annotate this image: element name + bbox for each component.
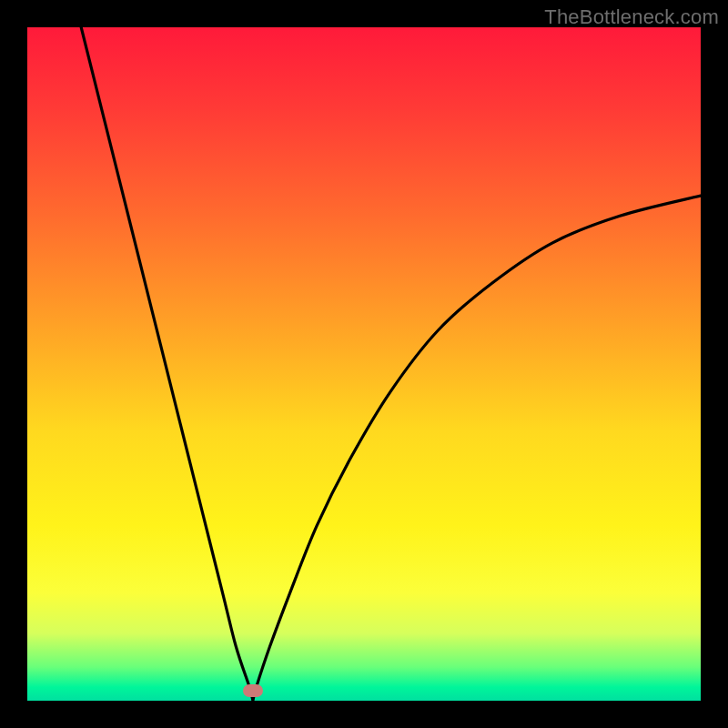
bottleneck-curve — [81, 27, 701, 701]
minimum-marker — [243, 684, 263, 697]
curve-layer — [27, 27, 701, 701]
watermark-text: TheBottleneck.com — [544, 5, 719, 29]
plot-frame — [27, 27, 701, 701]
